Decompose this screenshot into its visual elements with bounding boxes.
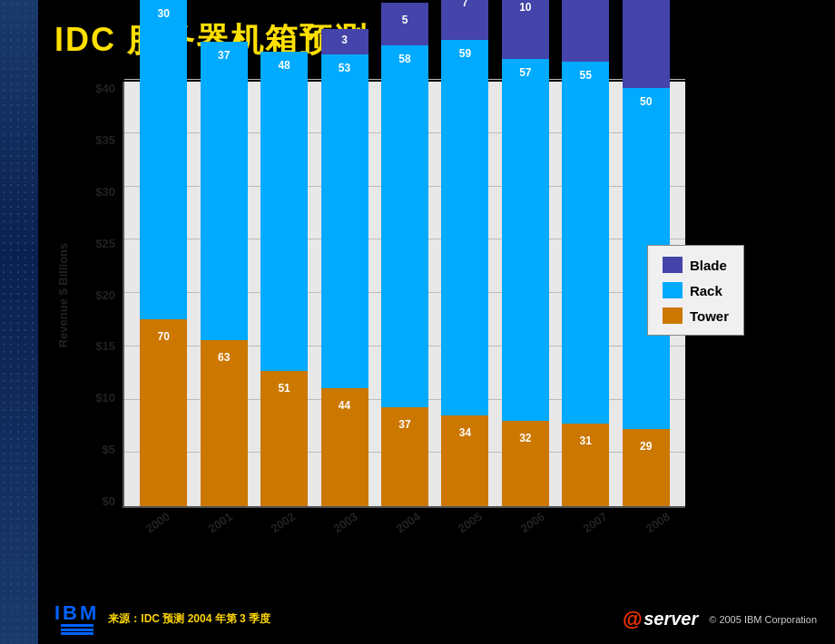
bar-blade-2008: 20 bbox=[623, 0, 670, 88]
y-label-15: $15 bbox=[95, 339, 115, 353]
y-axis-labels: $0 $5 $10 $15 $20 $25 $30 $35 $40 bbox=[73, 82, 123, 508]
y-label-10: $10 bbox=[95, 391, 115, 405]
bar-tower-2005: 34 bbox=[441, 415, 488, 506]
y-label-0: $0 bbox=[103, 494, 115, 508]
legend-label-rack: Rack bbox=[690, 283, 722, 298]
bar-stack-2004: 5 58 37 bbox=[381, 3, 428, 506]
bar-rack-label-2006: 57 bbox=[502, 66, 549, 79]
bar-rack-label-2000: 30 bbox=[140, 7, 187, 20]
copyright-text: © 2005 IBM Corporation bbox=[709, 614, 817, 625]
bar-blade-label-2005: 7 bbox=[441, 0, 488, 9]
legend-item-tower: Tower bbox=[663, 307, 729, 324]
bar-rack-label-2008: 50 bbox=[623, 95, 670, 108]
bar-rack-label-2003: 53 bbox=[321, 62, 368, 74]
bar-blade-2004: 5 bbox=[381, 3, 428, 45]
footer-source-text: 来源：IDC 预测 2004 年第 3 季度 bbox=[108, 611, 270, 627]
footer: IBM 来源：IDC 预测 2004 年第 3 季度 @ server © 20… bbox=[54, 603, 817, 635]
bar-tower-label-2002: 51 bbox=[260, 382, 308, 395]
bar-blade-2005: 7 bbox=[441, 0, 488, 40]
bar-tower-label-2008: 29 bbox=[623, 440, 670, 453]
bar-blade-label-2003: 3 bbox=[321, 34, 368, 46]
legend-color-tower bbox=[663, 307, 683, 324]
left-border-decoration bbox=[0, 0, 38, 644]
y-label-20: $20 bbox=[95, 288, 115, 302]
bar-group-2004: 5 58 37 bbox=[375, 82, 435, 506]
bar-tower-label-2006: 32 bbox=[502, 432, 549, 444]
ibm-stripe-2 bbox=[61, 629, 93, 631]
bar-rack-label-2007: 55 bbox=[562, 69, 609, 82]
bar-rack-label-2001: 37 bbox=[201, 49, 248, 62]
bar-tower-label-2004: 37 bbox=[381, 418, 428, 431]
y-axis-title: Revenue $ Billions bbox=[54, 82, 73, 508]
bar-rack-2001: 37 bbox=[201, 42, 248, 340]
legend-color-rack bbox=[663, 282, 683, 298]
legend-item-blade: Blade bbox=[663, 257, 729, 273]
bar-group-2001: 37 63 bbox=[193, 82, 253, 506]
bar-tower-2000: 70 bbox=[140, 319, 187, 506]
bar-tower-label-2000: 70 bbox=[140, 330, 187, 343]
y-label-40: $40 bbox=[95, 82, 115, 95]
ibm-logo: IBM bbox=[54, 603, 99, 635]
bar-rack-label-2005: 59 bbox=[441, 47, 488, 60]
eserver-logo: @ server bbox=[623, 608, 699, 631]
bar-rack-2003: 53 bbox=[321, 54, 368, 388]
bar-tower-2007: 31 bbox=[562, 424, 609, 506]
bar-blade-2003: 3 bbox=[321, 29, 368, 54]
bar-stack-2006: 10 57 32 bbox=[502, 0, 549, 506]
bar-rack-label-2002: 48 bbox=[260, 59, 308, 72]
bar-rack-2007: 55 bbox=[562, 62, 609, 424]
y-label-30: $30 bbox=[95, 185, 115, 199]
bar-tower-label-2001: 63 bbox=[201, 351, 248, 364]
bar-blade-2006: 10 bbox=[502, 0, 549, 59]
bar-stack-2003: 3 53 44 bbox=[321, 29, 368, 506]
chart-legend: Blade Rack Tower bbox=[647, 245, 744, 336]
legend-color-blade bbox=[663, 257, 683, 273]
bar-blade-label-2004: 5 bbox=[381, 14, 428, 26]
bar-group-2000: 30 70 bbox=[133, 82, 193, 506]
bar-stack-2005: 7 59 34 bbox=[441, 0, 488, 506]
bar-group-2007: 15 55 31 bbox=[555, 82, 615, 506]
bar-stack-2001: 37 63 bbox=[201, 42, 248, 506]
bar-tower-label-2007: 31 bbox=[562, 434, 609, 447]
bar-tower-2002: 51 bbox=[260, 371, 308, 506]
legend-item-rack: Rack bbox=[663, 282, 729, 298]
bar-rack-2004: 58 bbox=[381, 45, 428, 407]
ibm-stripes bbox=[61, 624, 93, 635]
bar-rack-2000: 30 bbox=[140, 0, 187, 319]
bar-rack-2002: 48 bbox=[260, 52, 308, 371]
bar-group-2003: 3 53 44 bbox=[314, 82, 374, 506]
bar-tower-label-2003: 44 bbox=[321, 399, 368, 412]
y-label-35: $35 bbox=[95, 133, 115, 147]
bars-container: 30 70 37 63 bbox=[124, 82, 685, 506]
bar-tower-2001: 63 bbox=[201, 340, 248, 506]
ibm-stripe-3 bbox=[61, 632, 93, 635]
legend-label-blade: Blade bbox=[690, 258, 727, 273]
chart-area: Revenue $ Billions $0 $5 $10 $15 $20 $25… bbox=[54, 82, 762, 571]
bar-group-2005: 7 59 34 bbox=[435, 82, 495, 506]
y-axis-title-label: Revenue $ Billions bbox=[57, 242, 71, 347]
ibm-logo-text: IBM bbox=[54, 603, 99, 623]
bar-tower-2008: 29 bbox=[623, 429, 670, 506]
bar-group-2002: 48 51 bbox=[254, 82, 314, 506]
bar-group-2006: 10 57 32 bbox=[496, 82, 555, 506]
footer-right: @ server © 2005 IBM Corporation bbox=[623, 608, 817, 631]
bar-blade-label-2006: 10 bbox=[502, 1, 549, 14]
bar-tower-2004: 37 bbox=[381, 407, 428, 506]
footer-left: IBM 来源：IDC 预测 2004 年第 3 季度 bbox=[54, 603, 270, 635]
y-label-5: $5 bbox=[103, 443, 115, 456]
bar-rack-label-2004: 58 bbox=[381, 53, 428, 65]
x-axis-labels: 2000 2001 2002 2003 2004 2005 2006 2007 … bbox=[123, 510, 685, 531]
y-label-25: $25 bbox=[95, 237, 115, 250]
bar-stack-2002: 48 51 bbox=[260, 52, 308, 506]
eserver-text: server bbox=[643, 609, 698, 629]
bar-tower-2003: 44 bbox=[321, 388, 368, 506]
plot-area: 30 70 37 63 bbox=[123, 82, 685, 508]
bar-rack-2005: 59 bbox=[441, 40, 488, 415]
bar-rack-2006: 57 bbox=[502, 59, 549, 421]
bar-stack-2007: 15 55 31 bbox=[562, 0, 609, 506]
bar-blade-2007: 15 bbox=[562, 0, 609, 62]
bar-tower-label-2005: 34 bbox=[441, 426, 488, 439]
eserver-e-icon: @ bbox=[623, 608, 642, 631]
bar-stack-2000: 30 70 bbox=[140, 0, 187, 506]
ibm-stripe-1 bbox=[61, 624, 93, 627]
